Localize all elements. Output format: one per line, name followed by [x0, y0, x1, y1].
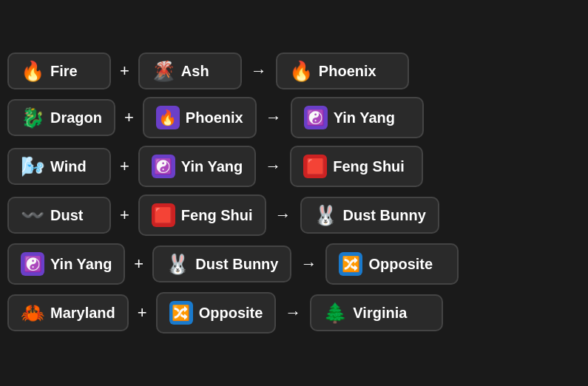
arrow-operator: → — [251, 61, 267, 81]
arrow-operator: → — [285, 303, 301, 322]
input1-name: Maryland — [50, 305, 115, 322]
element-icon: 〰️ — [21, 206, 44, 225]
element-icon: 🔀 — [169, 301, 193, 325]
result-box: 🌲 Virginia — [310, 294, 443, 331]
input2-box: 🟥 Feng Shui — [138, 194, 266, 236]
plus-operator: + — [134, 254, 143, 274]
input1-name: Wind — [50, 158, 87, 175]
input2-name: Feng Shui — [181, 207, 253, 224]
input1-box: 🔥 Fire — [7, 53, 111, 89]
arrow-operator: → — [266, 108, 282, 127]
input2-box: ☯️ Yin Yang — [138, 146, 256, 187]
result-box: 🐰 Dust Bunny — [300, 197, 439, 234]
plus-operator: + — [124, 108, 134, 127]
input1-box: 🐉 Dragon — [7, 99, 115, 136]
plus-operator: + — [138, 303, 147, 322]
element-icon: 🔥 — [289, 61, 313, 81]
input1-name: Yin Yang — [50, 256, 112, 273]
element-icon: 🐰 — [166, 254, 189, 274]
recipe-row-3: 〰️ Dust + 🟥 Feng Shui → 🐰 Dust Bunny — [7, 194, 581, 236]
element-icon: 🦀 — [21, 303, 44, 322]
input2-name: Opposite — [199, 305, 263, 322]
element-icon: 🌋 — [152, 61, 175, 81]
input1-name: Fire — [50, 63, 78, 80]
element-icon: 🔥 — [21, 61, 44, 81]
input2-name: Yin Yang — [181, 158, 243, 175]
result-box: 🟥 Feng Shui — [290, 146, 423, 187]
element-icon: 🔀 — [339, 252, 362, 276]
input1-box: 🦀 Maryland — [7, 294, 129, 331]
input1-box: 〰️ Dust — [7, 197, 111, 234]
recipe-row-0: 🔥 Fire + 🌋 Ash → 🔥 Phoenix — [7, 53, 581, 89]
element-icon: 🌬️ — [21, 157, 44, 176]
input1-name: Dust — [50, 207, 83, 224]
input2-box: 🌋 Ash — [138, 53, 242, 89]
arrow-operator: → — [275, 206, 291, 225]
recipe-row-2: 🌬️ Wind + ☯️ Yin Yang → 🟥 Feng Shui — [7, 146, 581, 187]
input2-name: Ash — [181, 63, 209, 80]
result-name: Yin Yang — [334, 109, 395, 126]
plus-operator: + — [120, 157, 129, 176]
element-icon: ☯️ — [152, 155, 175, 178]
recipe-row-1: 🐉 Dragon + 🔥 Phoenix → ☯️ Yin Yang — [7, 97, 581, 138]
result-name: Dust Bunny — [343, 207, 426, 224]
recipe-row-5: 🦀 Maryland + 🔀 Opposite → 🌲 Virginia — [7, 292, 581, 333]
element-icon: 🐰 — [314, 206, 337, 225]
plus-operator: + — [120, 61, 129, 81]
element-icon: 🟥 — [303, 155, 327, 178]
arrow-operator: → — [265, 157, 281, 176]
element-icon: 🐉 — [21, 108, 44, 127]
input2-box: 🔀 Opposite — [156, 292, 277, 333]
element-icon: 🔥 — [156, 106, 180, 129]
input2-box: 🐰 Dust Bunny — [152, 246, 291, 282]
element-icon: ☯️ — [21, 252, 44, 276]
recipe-row-4: ☯️ Yin Yang + 🐰 Dust Bunny → 🔀 Opposite — [7, 243, 581, 285]
result-box: 🔥 Phoenix — [276, 53, 409, 89]
recipes-container: 🔥 Fire + 🌋 Ash → 🔥 Phoenix 🐉 Dragon + 🔥 … — [7, 53, 581, 333]
input2-name: Phoenix — [186, 109, 243, 126]
input1-name: Dragon — [50, 109, 102, 126]
result-name: Opposite — [368, 256, 433, 273]
input1-box: 🌬️ Wind — [7, 148, 111, 185]
element-icon: ☯️ — [304, 106, 328, 129]
input2-name: Dust Bunny — [195, 256, 278, 273]
result-name: Virginia — [353, 305, 407, 322]
result-box: ☯️ Yin Yang — [291, 97, 424, 138]
arrow-operator: → — [300, 254, 317, 274]
element-icon: 🟥 — [152, 203, 175, 227]
input2-box: 🔥 Phoenix — [143, 97, 257, 138]
result-name: Phoenix — [319, 63, 376, 80]
plus-operator: + — [120, 206, 129, 225]
input1-box: ☯️ Yin Yang — [7, 243, 125, 285]
result-box: 🔀 Opposite — [325, 243, 459, 285]
result-name: Feng Shui — [333, 158, 405, 175]
element-icon: 🌲 — [323, 303, 347, 322]
